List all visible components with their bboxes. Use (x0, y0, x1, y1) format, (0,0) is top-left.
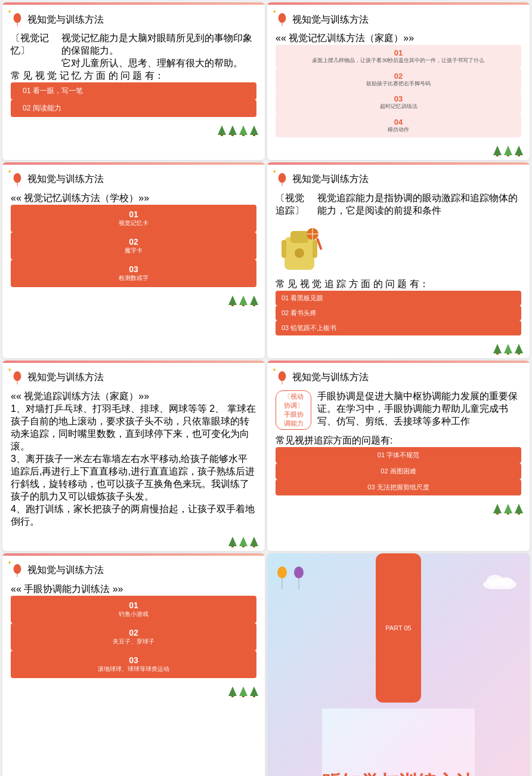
tree-3 (514, 503, 524, 515)
button-row: 01 字体不规范 02 画图困难 03 无法把握剪纸尺度 (276, 447, 521, 495)
tree-4 (249, 124, 259, 136)
tree-3 (249, 535, 259, 547)
svg-point-26 (279, 173, 286, 183)
trees-decoration (228, 294, 259, 306)
svg-rect-40 (507, 353, 509, 355)
trees-decoration (493, 343, 524, 355)
btn-2[interactable]: 02 看书头疼 (276, 306, 521, 321)
step-3: 03 超时记忆训练法 (276, 91, 521, 114)
card-visual-motor: ✦ 视知觉与训练方法 〔视动协调〕 手眼协调能力 手眼协调是促进大脑中枢协调能力… (267, 361, 530, 551)
card-visual-memory-intro: ✦ 视知觉与训练方法 〔视觉记忆〕 视觉记忆能力是大脑对眼睛所见到的事物印象的保… (2, 2, 265, 160)
steps-row: 01 桌面上摆几样物品，让孩子看30秒后盖住其中的一件，让孩子书写了什么 02 … (276, 45, 521, 137)
balloon-icon (276, 371, 289, 384)
card-title-row: 视知觉与训练方法 (276, 371, 521, 384)
card-title: 视知觉与训练方法 (292, 14, 369, 26)
balloon-orange (276, 565, 288, 589)
tree-1 (228, 685, 237, 697)
step-num-1: 01 (13, 601, 254, 610)
btn-1[interactable]: 01 看黑板见眼 (276, 291, 521, 306)
btn-3[interactable]: 03 铅笔跟不上板书 (276, 321, 521, 335)
btn-1[interactable]: 01 看一眼，写一笔 (11, 82, 256, 100)
trees-decoration (217, 124, 259, 136)
steps-row: 01 钓鱼小游戏 02 夹豆子、穿球子 03 滚地球球、球球等球类运动 (11, 596, 256, 678)
step-text-3: 检测数或字 (13, 274, 254, 282)
trees-decoration (228, 535, 259, 547)
step-num-2: 02 (13, 237, 254, 247)
tree-3 (514, 144, 524, 156)
star-decoration: ✦ (7, 8, 12, 15)
card-title-row: 视知觉与训练方法 (11, 13, 256, 26)
big-title: 听知觉与训练方法 (322, 709, 475, 776)
svg-rect-7 (242, 135, 245, 136)
svg-rect-25 (253, 305, 255, 306)
balloon-icon (11, 173, 24, 186)
svg-point-10 (279, 13, 286, 23)
svg-rect-58 (518, 513, 520, 515)
content-body: 〔视觉追踪〕 视觉追踪能力是指协调的眼动激踪和追踪物体的能力，它是阅读的前提和条… (276, 192, 521, 217)
svg-marker-2 (218, 125, 226, 135)
step-3: 03 滚地球球、球球等球类运动 (11, 651, 256, 678)
svg-marker-4 (228, 125, 237, 135)
step-text-3: 滚地球球、球球等球类运动 (13, 665, 254, 673)
svg-marker-14 (504, 146, 512, 155)
card-hand-eye-training: ✦ 视知觉与训练方法 «« 手眼协调能力训练法 »» 01 钓鱼小游戏 02 夹… (2, 553, 265, 776)
star-decoration: ✦ (272, 8, 277, 15)
svg-rect-66 (253, 696, 255, 697)
balloon-icon (11, 371, 24, 384)
balloon-icon (276, 13, 289, 26)
card-content: ✦ 视知觉与训练方法 〔视觉追踪〕 视觉追踪能力是指协调的眼动激踪和追踪物体的能… (267, 165, 530, 358)
card-title: 视知觉与训练方法 (292, 173, 369, 186)
svg-marker-49 (250, 537, 258, 546)
tree-1 (493, 503, 502, 515)
svg-marker-65 (250, 686, 258, 696)
svg-marker-55 (504, 504, 512, 513)
card-content: ✦ 视知觉与训练方法 〔视觉记忆〕 视觉记忆能力是大脑对眼睛所见到的事物印象的保… (2, 5, 265, 140)
step-text-1: 视觉记忆卡 (13, 219, 254, 227)
step-num-1: 01 (13, 210, 254, 219)
step-num-1: 01 (278, 48, 519, 57)
svg-marker-45 (228, 537, 237, 546)
card-content: ✦ 视知觉与训练方法 «« 视觉记忆训练方法（家庭）»» 01 桌面上摆几样物品… (267, 5, 530, 160)
card-content: ✦ 视知觉与训练方法 〔视动协调〕 手眼协调能力 手眼协调是促进大脑中枢协调能力… (267, 363, 530, 518)
svg-rect-54 (496, 513, 499, 515)
btn-3[interactable]: 03 无法把握剪纸尺度 (276, 479, 521, 495)
card-title: 视知觉与训练方法 (27, 371, 104, 384)
card-content: ✦ 视知觉与训练方法 «« 视觉记忆训练方法（学校）»» 01 视觉记忆卡 02… (2, 165, 265, 310)
content-body: 〔视觉记忆〕 视觉记忆能力是大脑对眼睛所见到的事物印象的保留能力。 它对儿童所认… (11, 32, 256, 70)
section-header: «« 手眼协调能力训练法 »» (11, 583, 256, 596)
tree-3 (249, 294, 259, 306)
tree-1 (493, 144, 502, 156)
svg-marker-57 (515, 504, 523, 513)
desc-block: 视觉记忆能力是大脑对眼睛所见到的事物印象的保留能力。 它对儿童所认、思考、理解有… (61, 32, 256, 70)
btn-1[interactable]: 01 字体不规范 (276, 447, 521, 463)
tree-3 (249, 685, 259, 697)
star-decoration: ✦ (7, 367, 12, 373)
step-num-3: 03 (13, 655, 254, 665)
desc-1: 视觉追踪能力是指协调的眼动激踪和追踪物体的能力，它是阅读的前提和条件 (317, 192, 521, 217)
svg-rect-15 (507, 155, 509, 156)
svg-rect-29 (290, 231, 308, 243)
svg-point-30 (295, 248, 304, 258)
svg-rect-3 (221, 135, 223, 136)
btn-2[interactable]: 02 阅读能力 (11, 100, 256, 117)
step-text-1: 钓鱼小游戏 (13, 610, 254, 618)
card-hearing-banner: PART 05 听知觉与训练方法 听 / 心 / 协 / 方 / 法 / 辅 /… (267, 553, 530, 776)
step-4: 04 模仿动作 (276, 114, 521, 137)
card-title: 视知觉与训练方法 (292, 371, 369, 384)
svg-rect-64 (242, 696, 245, 697)
trees-decoration (228, 685, 259, 697)
btn-2[interactable]: 02 画图困难 (276, 463, 521, 479)
step-2: 02 夹豆子、穿球子 (11, 623, 256, 651)
balloon-icon (276, 173, 289, 186)
balloon-icon (11, 564, 24, 577)
svg-point-59 (14, 564, 21, 574)
content-body: 〔视动协调〕 手眼协调能力 手眼协调是促进大脑中枢协调能力发展的重要保证。在学习… (276, 390, 521, 430)
step-num-3: 03 (13, 264, 254, 274)
card-visual-tracking: ✦ 视知觉与训练方法 〔视觉追踪〕 视觉追踪能力是指协调的眼动激踪和追踪物体的能… (267, 162, 530, 358)
svg-point-51 (279, 371, 286, 381)
tree-1 (228, 294, 237, 306)
step-text-4: 模仿动作 (278, 127, 519, 134)
balloons-left (276, 565, 305, 589)
card-visual-memory-school: ✦ 视知觉与训练方法 «« 视觉记忆训练方法（学校）»» 01 视觉记忆卡 02… (2, 162, 265, 358)
svg-marker-20 (228, 295, 237, 305)
